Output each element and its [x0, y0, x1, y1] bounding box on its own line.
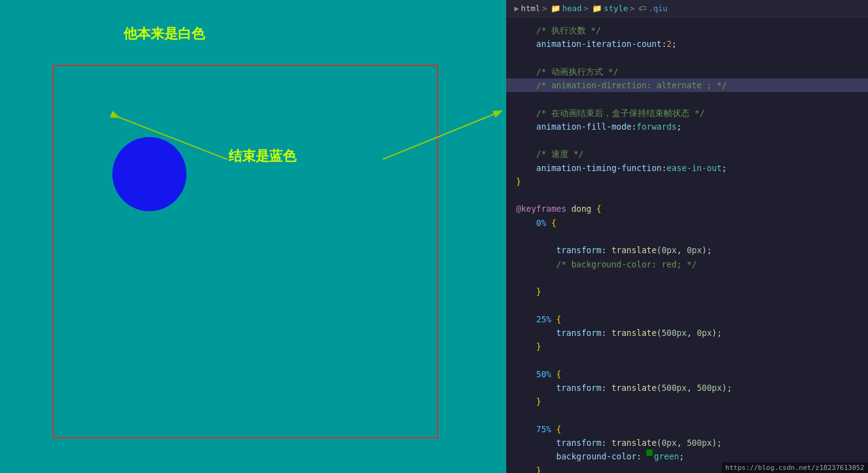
code-line: animation-timing-function:ease-in-out; — [506, 161, 868, 175]
code-line: @keyframes dong { — [506, 202, 868, 216]
code-line: 25% { — [506, 312, 868, 326]
code-line: transform: translate(500px, 500px); — [506, 381, 868, 395]
code-line — [506, 298, 868, 312]
code-line: /* animation-direction: alternate ; */ — [506, 78, 868, 92]
code-line: } — [506, 175, 868, 188]
code-editor: /* 执行次数 */ animation-iteration-count:2; … — [506, 17, 868, 473]
code-line — [506, 92, 868, 106]
breadcrumb-arrow-icon: ▶ — [514, 4, 519, 13]
code-line: } — [506, 285, 868, 298]
code-line — [506, 133, 868, 147]
code-line — [506, 353, 868, 367]
code-line: transform: translate(0px, 500px); — [506, 436, 868, 450]
code-line: animation-iteration-count:2; — [506, 37, 868, 51]
code-line: 75% { — [506, 422, 868, 436]
code-line: animation-fill-mode:forwards; — [506, 120, 868, 133]
code-line: /* 执行次数 */ — [506, 23, 868, 37]
code-line: transform: translate(0px, 0px); — [506, 243, 868, 257]
breadcrumb-folder-icon: 📁 — [551, 4, 561, 13]
code-line: 50% { — [506, 367, 868, 381]
code-line: background-color: green; — [506, 450, 868, 463]
green-color-swatch — [646, 450, 653, 456]
breadcrumb-head: head — [562, 4, 582, 13]
code-line — [506, 230, 868, 243]
breadcrumb-folder2-icon: 📁 — [592, 4, 602, 13]
breadcrumb-html: html — [521, 4, 540, 13]
breadcrumb-qiu: .qiu — [648, 4, 667, 13]
code-line — [506, 188, 868, 202]
annotation-blue: 结束是蓝色 — [228, 147, 296, 165]
url-bar: https://blog.csdn.net/z18237613052 — [722, 463, 868, 473]
code-line: /* 在动画结束后，盒子保持结束帧状态 */ — [506, 106, 868, 120]
breadcrumb-sep3: > — [630, 4, 635, 13]
animation-container — [52, 65, 438, 438]
code-line — [506, 51, 868, 65]
code-line: /* 速度 */ — [506, 147, 868, 161]
code-line: /* 动画执行方式 */ — [506, 65, 868, 78]
code-line — [506, 271, 868, 285]
breadcrumb: ▶ html > 📁 head > 📁 style > 🏷 .qiu — [506, 0, 868, 17]
annotation-white: 他本来是白色 — [123, 25, 205, 43]
breadcrumb-sep1: > — [542, 4, 547, 13]
breadcrumb-tag-icon: 🏷 — [638, 4, 646, 13]
code-line: } — [506, 395, 868, 408]
animated-ball — [112, 137, 186, 211]
preview-panel: 他本来是白色 结束是蓝色 — [0, 0, 506, 473]
code-panel: ▶ html > 📁 head > 📁 style > 🏷 .qiu /* 执行… — [506, 0, 868, 473]
code-line: /* background-color: red; */ — [506, 257, 868, 271]
code-line: transform: translate(500px, 0px); — [506, 326, 868, 340]
code-line: 0% { — [506, 216, 868, 230]
breadcrumb-style: style — [604, 4, 628, 13]
code-line: } — [506, 340, 868, 353]
code-line — [506, 408, 868, 422]
breadcrumb-sep2: > — [583, 4, 588, 13]
